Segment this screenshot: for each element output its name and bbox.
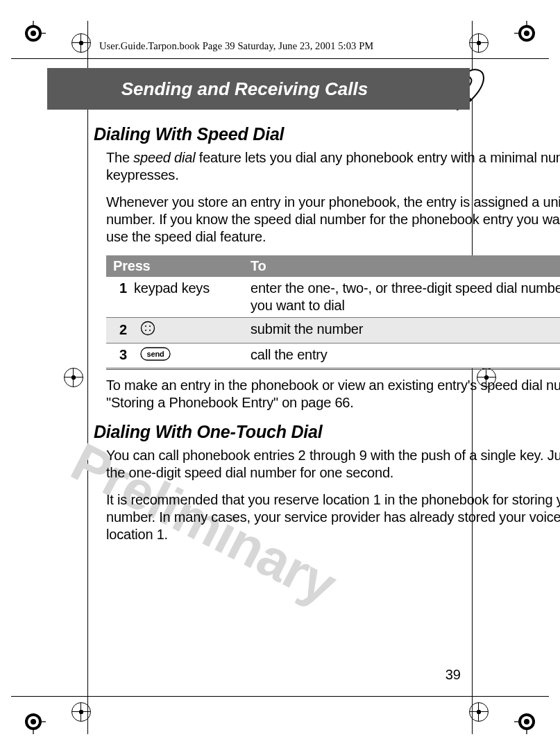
step-number: 2 (112, 321, 127, 339)
chapter-title: Sending and Receiving Calls (121, 78, 368, 100)
table-header-press: Press (106, 255, 245, 277)
crop-mark-icon (21, 21, 46, 46)
text: The (106, 150, 133, 165)
table-row: 3 send call the entry (106, 343, 560, 369)
table-row: 1keypad keys enter the one-, two-, or th… (106, 277, 560, 318)
page-number: 39 (446, 667, 461, 683)
press-action: keypad keys (134, 280, 210, 296)
term-speed-dial: speed dial (133, 150, 195, 165)
registration-mark-icon (469, 702, 489, 722)
registration-mark-icon (469, 33, 489, 53)
paragraph: To make an entry in the phonebook or vie… (106, 377, 560, 412)
table-row: 2 submit the number (106, 318, 560, 343)
chapter-title-bar: Sending and Receiving Calls (47, 68, 470, 110)
step-number: 1 (112, 280, 127, 297)
print-rule (11, 58, 549, 59)
print-rule (87, 21, 88, 734)
registration-mark-icon (71, 33, 91, 53)
registration-mark-icon (64, 368, 83, 387)
paragraph: Whenever you store an entry in your phon… (106, 194, 560, 246)
crop-mark-icon (21, 709, 46, 734)
page-content: Dialing With Speed Dial The speed dial f… (106, 124, 560, 543)
svg-point-9 (524, 31, 529, 36)
registration-mark-icon (71, 702, 91, 722)
svg-point-4 (31, 31, 36, 36)
svg-point-21 (145, 325, 146, 327)
print-rule (11, 696, 549, 697)
hash-key-icon (140, 321, 155, 340)
steps-table: Press To 1keypad keys enter the one-, tw… (106, 255, 560, 370)
section-heading-one-touch: Dialing With One-Touch Dial (94, 421, 560, 443)
step-description: submit the number (245, 318, 560, 343)
svg-point-22 (149, 325, 151, 327)
crop-mark-icon (514, 709, 539, 734)
send-key-icon: send (140, 347, 171, 365)
svg-point-23 (145, 330, 146, 331)
crop-mark-icon (514, 21, 539, 46)
step-description: call the entry (245, 343, 560, 369)
svg-point-19 (524, 719, 529, 724)
step-number: 3 (112, 346, 127, 364)
paragraph: The speed dial feature lets you dial any… (106, 149, 560, 184)
svg-text:send: send (147, 350, 164, 358)
section-heading-speed-dial: Dialing With Speed Dial (94, 124, 560, 145)
svg-point-14 (31, 719, 36, 724)
svg-point-24 (149, 330, 151, 331)
running-head: User.Guide.Tarpon.book Page 39 Saturday,… (99, 40, 377, 52)
paragraph: It is recommended that you reserve locat… (106, 491, 560, 543)
step-description: enter the one-, two-, or three-digit spe… (245, 277, 560, 318)
paragraph: You can call phonebook entries 2 through… (106, 447, 560, 482)
table-header-to: To (245, 255, 560, 277)
svg-point-20 (142, 322, 155, 335)
